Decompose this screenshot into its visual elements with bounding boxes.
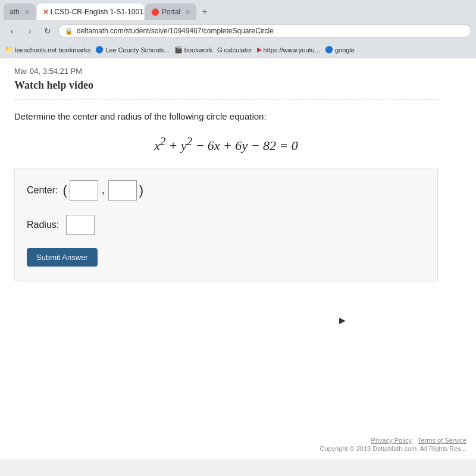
center-row: Center: ( , ): [27, 180, 425, 201]
radius-label: Radius:: [27, 220, 59, 230]
tab-portal[interactable]: 🔴 Portal ✕: [145, 4, 196, 20]
lock-icon: 🔒: [65, 27, 73, 35]
tab-math-label: ath: [10, 8, 20, 16]
bookmark-leeschools[interactable]: 📁 leeschools.net bookmarks: [5, 46, 90, 54]
copyright-text: Copyright © 2019 DeltaMath.com. All Righ…: [320, 445, 466, 452]
equation: x2 + y2 − 6x + 6y − 82 = 0: [14, 136, 438, 154]
tab-lcsd[interactable]: ✕ LCSD-CR-English 1-S1-1001310 ✕: [37, 4, 144, 20]
center-label: Center:: [27, 185, 58, 196]
reload-button[interactable]: ↻: [40, 24, 55, 38]
page-content: Mar 04, 3:54:21 PM Watch help video Dete…: [0, 58, 452, 305]
bookmark-calculator[interactable]: G calculator: [217, 46, 252, 54]
tab-lcsd-label: LCSD-CR-English 1-S1-1001310: [51, 8, 144, 16]
watch-help-link[interactable]: Watch help video: [14, 79, 438, 92]
bookmark-google[interactable]: 🔵 google: [325, 46, 355, 54]
bookmark-bookwork-icon: 🎬: [174, 46, 183, 54]
bookmark-lee-county[interactable]: 🔵 Lee County Schools...: [95, 46, 170, 54]
close-paren: ): [139, 184, 143, 197]
tab-math-close[interactable]: ✕: [24, 8, 30, 16]
bookmark-calculator-icon: G: [217, 46, 223, 54]
bookmark-bookwork[interactable]: 🎬 bookwork: [174, 46, 212, 54]
forward-button[interactable]: ›: [23, 24, 37, 38]
timestamp: Mar 04, 3:54:21 PM: [14, 67, 438, 76]
terms-of-service-link[interactable]: Terms of Service: [418, 437, 466, 444]
bookmark-google-icon: 🔵: [325, 46, 333, 54]
tab-bar: ath ✕ ✕ LCSD-CR-English 1-S1-1001310 ✕ 🔴…: [0, 0, 476, 20]
bookmark-calculator-label: calculator: [224, 46, 252, 54]
footer: Privacy Policy Terms of Service Copyrigh…: [320, 437, 466, 452]
problem-text: Determine the center and radius of the f…: [14, 110, 438, 124]
bookmark-youtube[interactable]: ▶ https://www.youtu...: [257, 46, 320, 54]
open-paren: (: [62, 184, 67, 197]
privacy-policy-link[interactable]: Privacy Policy: [371, 437, 412, 444]
browser-chrome: ath ✕ ✕ LCSD-CR-English 1-S1-1001310 ✕ 🔴…: [0, 0, 476, 58]
bookmark-leeschools-icon: 📁: [5, 46, 13, 54]
tab-portal-close[interactable]: ✕: [185, 8, 190, 16]
back-button[interactable]: ‹: [5, 24, 19, 38]
submit-button[interactable]: Submit Answer: [27, 248, 98, 267]
center-y-input[interactable]: [108, 180, 137, 201]
center-x-input[interactable]: [70, 180, 98, 201]
bookmark-lee-county-label: Lee County Schools...: [105, 46, 170, 54]
answer-box: Center: ( , ) Radius: Submit Answer: [14, 168, 438, 281]
radius-input[interactable]: [66, 215, 95, 235]
bookmark-lee-county-icon: 🔵: [95, 46, 104, 54]
comma: ,: [102, 184, 105, 196]
section-divider: [14, 99, 438, 99]
tab-lcsd-x-icon: ✕: [43, 8, 48, 16]
content-area: Mar 04, 3:54:21 PM Watch help video Dete…: [0, 58, 476, 459]
footer-links: Privacy Policy Terms of Service: [320, 437, 466, 444]
radius-row: Radius:: [27, 215, 425, 235]
tab-portal-label: Portal: [162, 8, 180, 16]
bookmark-bookwork-label: bookwork: [184, 46, 212, 54]
bookmark-google-label: google: [335, 46, 355, 54]
address-bar-row: ‹ › ↻ 🔒 deltamath.com/student/solve/1094…: [0, 20, 476, 42]
tab-portal-icon: 🔴: [151, 8, 159, 16]
address-bar[interactable]: 🔒 deltamath.com/student/solve/10949467/c…: [58, 24, 471, 37]
bookmark-leeschools-label: leeschools.net bookmarks: [15, 46, 90, 54]
url-text: deltamath.com/student/solve/10949467/com…: [77, 27, 274, 35]
new-tab-button[interactable]: +: [198, 5, 212, 19]
bookmark-youtube-icon: ▶: [257, 46, 262, 54]
bookmark-youtube-label: https://www.youtu...: [264, 46, 320, 54]
tab-math[interactable]: ath ✕: [4, 4, 36, 20]
bookmarks-bar: 📁 leeschools.net bookmarks 🔵 Lee County …: [0, 42, 476, 58]
